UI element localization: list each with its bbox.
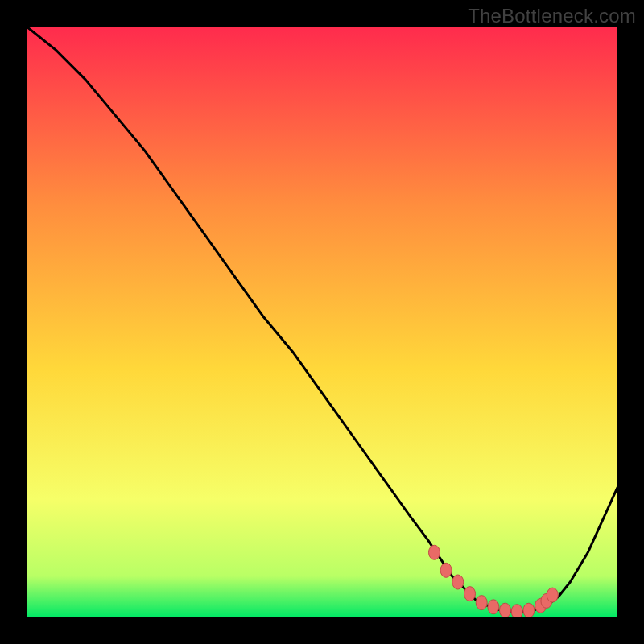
marker-dot: [452, 575, 464, 589]
marker-dot: [547, 588, 558, 602]
marker-dot: [511, 605, 522, 617]
marker-dot: [488, 600, 499, 614]
marker-dot: [500, 603, 511, 617]
chart-frame: TheBottleneck.com: [0, 0, 644, 644]
marker-dot: [476, 596, 487, 610]
marker-dot: [440, 563, 452, 577]
marker-dot: [464, 587, 476, 601]
marker-dot: [523, 603, 535, 617]
plot-svg: [27, 27, 617, 617]
marker-dot: [429, 545, 440, 559]
plot-area: [27, 27, 617, 617]
watermark-text: TheBottleneck.com: [468, 5, 636, 27]
